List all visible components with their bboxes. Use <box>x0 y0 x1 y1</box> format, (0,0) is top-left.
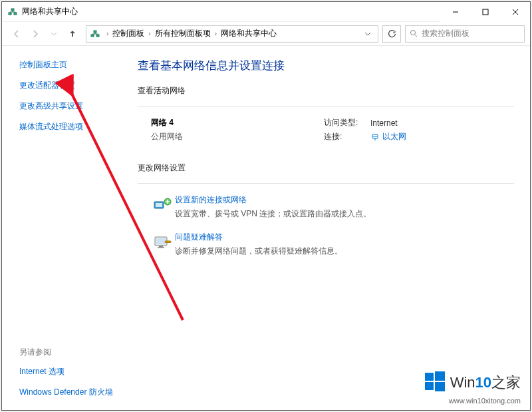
new-connection-desc: 设置宽带、拨号或 VPN 连接；或设置路由器或接入点。 <box>175 208 514 220</box>
seealso-heading: 另请参阅 <box>19 347 113 358</box>
refresh-button[interactable] <box>382 25 401 43</box>
breadcrumb-item[interactable]: 网络和共享中心 <box>219 28 278 39</box>
watermark-url: www.win10xitong.com <box>424 397 521 405</box>
svg-rect-24 <box>165 241 171 243</box>
troubleshoot-icon <box>151 232 175 253</box>
access-type-value: Internet <box>370 118 398 128</box>
svg-rect-8 <box>96 35 99 37</box>
forward-button[interactable] <box>26 25 45 43</box>
maximize-button[interactable] <box>470 2 500 22</box>
search-input[interactable]: 搜索控制面板 <box>405 25 525 43</box>
sidebar-seealso: 另请参阅 Internet 选项 Windows Defender 防火墙 <box>19 347 113 398</box>
up-button[interactable] <box>63 25 82 43</box>
minimize-button[interactable] <box>440 2 470 22</box>
connection-link[interactable]: 以太网 <box>370 131 406 142</box>
active-networks-label: 查看活动网络 <box>138 85 514 97</box>
svg-rect-1 <box>14 13 17 15</box>
svg-rect-28 <box>425 382 434 390</box>
svg-rect-18 <box>156 203 162 207</box>
sidebar-advanced-link[interactable]: 更改高级共享设置 <box>19 101 135 112</box>
active-networks-section: 查看活动网络 <box>138 85 514 106</box>
windows-logo-icon <box>424 370 446 395</box>
active-network-block: 网络 4 公用网络 访问类型: Internet 连接: <box>151 117 514 145</box>
network-details: 访问类型: Internet 连接: 以太网 <box>324 117 406 145</box>
svg-rect-29 <box>435 382 445 391</box>
svg-rect-2 <box>11 9 14 11</box>
chevron-right-icon: › <box>146 30 153 37</box>
back-button[interactable] <box>7 25 26 43</box>
breadcrumb-item[interactable]: 所有控制面板项 <box>154 28 212 39</box>
connection-value: 以太网 <box>382 131 406 142</box>
search-placeholder: 搜索控制面板 <box>422 28 469 39</box>
svg-rect-4 <box>483 9 488 15</box>
network-center-icon <box>7 7 18 17</box>
window-title: 网络和共享中心 <box>22 6 78 17</box>
svg-rect-0 <box>9 13 11 15</box>
troubleshoot-desc: 诊断并修复网络问题，或者获得疑难解答信息。 <box>175 246 514 257</box>
watermark-text: Win10之家 <box>450 373 521 393</box>
network-name: 网络 4 <box>151 117 324 128</box>
window-controls <box>440 2 530 22</box>
sidebar-media-link[interactable]: 媒体流式处理选项 <box>19 121 135 132</box>
troubleshoot-link[interactable]: 问题疑难解答 <box>175 232 514 243</box>
sidebar-firewall-link[interactable]: Windows Defender 防火墙 <box>19 387 113 398</box>
sidebar-adapter-link[interactable]: 更改适配器设置 <box>19 80 135 91</box>
svg-line-11 <box>415 35 417 37</box>
svg-point-10 <box>411 30 416 35</box>
close-button[interactable] <box>500 2 530 22</box>
breadcrumb-item[interactable]: 控制面板 <box>111 28 146 39</box>
svg-rect-27 <box>435 371 445 381</box>
svg-rect-26 <box>425 373 434 381</box>
watermark: Win10之家 www.win10xitong.com <box>424 370 521 405</box>
ethernet-icon <box>370 132 380 142</box>
network-center-icon <box>89 28 101 40</box>
new-connection-link[interactable]: 设置新的连接或网络 <box>175 194 514 206</box>
connection-label: 连接: <box>324 131 370 142</box>
network-type: 公用网络 <box>151 131 324 142</box>
svg-rect-7 <box>91 35 94 37</box>
troubleshoot-item: 问题疑难解答 诊断并修复网络问题，或者获得疑难解答信息。 <box>151 232 514 257</box>
chevron-down-icon[interactable] <box>360 31 375 37</box>
nav-bar: › 控制面板 › 所有控制面板项 › 网络和共享中心 搜索控制面板 <box>2 22 530 46</box>
svg-rect-9 <box>94 31 96 33</box>
titlebar: 网络和共享中心 <box>2 2 530 22</box>
page-title: 查看基本网络信息并设置连接 <box>138 58 514 73</box>
svg-rect-23 <box>158 247 164 248</box>
search-icon <box>410 28 418 40</box>
sidebar-internet-options-link[interactable]: Internet 选项 <box>19 366 113 377</box>
sidebar-home-link[interactable]: 控制面板主页 <box>19 59 135 71</box>
change-settings-label: 更改网络设置 <box>138 162 514 174</box>
window: 网络和共享中心 › 控制面板 › 所有控制面板项 › 网络和共享中心 <box>1 1 531 411</box>
content: 控制面板主页 更改适配器设置 更改高级共享设置 媒体流式处理选项 另请参阅 In… <box>2 46 530 410</box>
main-panel: 查看基本网络信息并设置连接 查看活动网络 网络 4 公用网络 访问类型: Int… <box>135 46 530 410</box>
recent-dropdown[interactable] <box>45 25 63 43</box>
change-settings-section: 更改网络设置 <box>138 162 514 184</box>
svg-rect-22 <box>159 246 163 247</box>
new-connection-item: 设置新的连接或网络 设置宽带、拨号或 VPN 连接；或设置路由器或接入点。 <box>151 194 514 220</box>
new-connection-icon <box>151 194 175 216</box>
address-bar[interactable]: › 控制面板 › 所有控制面板项 › 网络和共享中心 <box>86 25 378 43</box>
access-type-label: 访问类型: <box>324 117 370 128</box>
svg-rect-21 <box>156 238 166 244</box>
network-identity: 网络 4 公用网络 <box>151 117 324 145</box>
chevron-right-icon: › <box>212 30 219 37</box>
chevron-right-icon: › <box>104 30 111 37</box>
sidebar: 控制面板主页 更改适配器设置 更改高级共享设置 媒体流式处理选项 另请参阅 In… <box>2 46 135 410</box>
